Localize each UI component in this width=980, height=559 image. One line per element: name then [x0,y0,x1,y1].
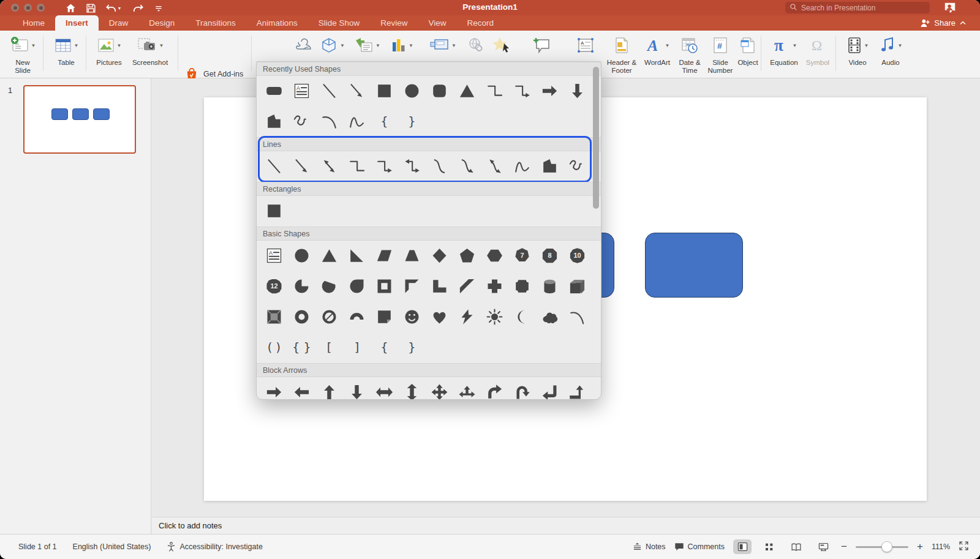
shape-decagon[interactable]: 10 [564,242,591,269]
date-time-button[interactable]: Date & Time [675,34,704,75]
smartart-button[interactable]: ▼ [354,34,380,57]
chevron-up-icon[interactable] [959,20,967,26]
zoom-link-button[interactable]: ▼ [429,34,456,57]
header-footer-button[interactable]: Header & Footer [604,34,639,75]
search-input[interactable]: Search in Presentation [785,2,930,13]
shape-curved[interactable] [426,152,453,180]
audio-dropdown-caret[interactable]: ▼ [898,43,903,48]
shape-curve-wave[interactable] [343,108,371,135]
zoom-slider[interactable] [856,546,908,548]
tab-draw[interactable]: Draw [99,15,139,31]
video-button[interactable]: ▼ Video [844,34,871,67]
shape-diamond[interactable] [426,242,453,269]
video-dropdown-caret[interactable]: ▼ [864,43,869,48]
table-dropdown-caret[interactable]: ▼ [74,43,79,48]
shape-curved-arrow[interactable] [453,152,481,180]
shape-elbow-arrow[interactable] [371,152,398,180]
shape-arr-right[interactable] [260,378,288,400]
tab-insert[interactable]: Insert [55,15,99,31]
shape-rect-snipround[interactable] [398,197,426,225]
link-button[interactable] [467,34,485,57]
screenshot-button[interactable]: ▼ Screenshot [127,34,173,67]
shape-diag-stripe[interactable] [453,272,481,300]
symbol-button[interactable]: Ω Symbol [804,34,832,67]
zoom-in-button[interactable]: + [917,541,923,553]
shape-rect-rounddiag[interactable] [481,197,508,225]
equation-dropdown-caret[interactable]: ▼ [793,43,797,48]
shape-arr-bent[interactable] [481,378,508,400]
fit-slide-button[interactable] [959,541,969,553]
shape-text-box[interactable]: A [288,77,315,105]
pictures-dropdown-caret[interactable]: ▼ [117,43,122,48]
wordart-button[interactable]: A▼ WordArt [641,34,674,67]
new-slide-dropdown-caret[interactable]: ▼ [31,43,36,48]
zoom-slider-knob[interactable] [881,541,892,552]
shape-bracket-left[interactable]: [ [315,334,343,361]
new-comment-button[interactable] [532,34,551,57]
shape-l-shape[interactable] [426,272,453,300]
shape-rect[interactable] [371,77,398,105]
screenshot-dropdown-caret[interactable]: ▼ [159,43,164,48]
tab-home[interactable]: Home [12,15,55,31]
shape-rounded-rect[interactable] [260,77,288,105]
language-selector[interactable]: English (United States) [73,542,151,551]
shape-octagon[interactable]: 8 [536,242,564,269]
shape-text-box[interactable]: A [260,242,288,269]
shape-can[interactable] [536,272,564,300]
accessibility-status[interactable]: Accessibility: Investigate [167,542,262,552]
shape-arr-quad[interactable] [426,378,453,400]
shape-rounded-square[interactable] [426,77,453,105]
tab-design[interactable]: Design [138,15,185,31]
shape-curve-wave[interactable] [508,152,536,180]
shape-elbow[interactable] [481,77,508,105]
shape-scribble[interactable] [564,152,591,180]
shape-oval[interactable] [398,77,426,105]
tab-review[interactable]: Review [370,15,418,31]
shape-arr-lru[interactable] [453,378,481,400]
shape-rect-snip1[interactable] [315,197,343,225]
shape-arr-up[interactable] [315,378,343,400]
shape-elbow-arrow[interactable] [508,77,536,105]
shape-arr-down[interactable] [564,77,591,105]
shape-rect-rounded[interactable] [288,197,315,225]
tab-view[interactable]: View [418,15,456,31]
tab-animations[interactable]: Animations [246,15,308,31]
slide-thumbnail[interactable] [23,85,136,154]
shape-arr-down[interactable] [343,378,371,400]
shape-rect-round2[interactable] [453,197,481,225]
shape-line-arrow-double[interactable] [315,152,343,180]
shape-sun[interactable] [481,303,508,331]
slide-shape-rounded-rectangle-3[interactable] [645,233,743,298]
shape-plaque[interactable] [508,272,536,300]
shape-right-triangle[interactable] [343,242,371,269]
shape-half-frame[interactable] [398,272,426,300]
shape-rect-snipdiag[interactable] [371,197,398,225]
shape-frame[interactable] [371,272,398,300]
shape-arr-bentup[interactable] [564,378,591,400]
shape-line-arrow[interactable] [288,152,315,180]
tab-transitions[interactable]: Transitions [185,15,246,31]
shape-arr-uturn[interactable] [508,378,536,400]
shape-heptagon[interactable]: 7 [508,242,536,269]
shape-arc[interactable] [564,303,591,331]
audio-button[interactable]: ▼ Audio [877,34,904,67]
zoom-out-button[interactable]: − [841,541,847,553]
shape-pentagon[interactable] [453,242,481,269]
shape-arr-left[interactable] [288,378,315,400]
shape-rect[interactable] [260,197,288,225]
shape-dodecagon[interactable]: 12 [260,272,288,300]
notes-toggle-button[interactable]: Notes [633,542,666,551]
shape-brace-left[interactable]: { [371,334,398,361]
comments-toggle-button[interactable]: Comments [674,542,725,551]
shape-arr-leftup[interactable] [536,378,564,400]
pictures-button[interactable]: ▼ Pictures [92,34,126,67]
shape-elbow[interactable] [343,152,371,180]
reading-view-button[interactable] [787,539,805,554]
object-button[interactable]: Object [734,34,762,67]
shape-cross[interactable] [481,272,508,300]
shape-arr-right[interactable] [536,77,564,105]
shape-lightning[interactable] [453,303,481,331]
zoom-dropdown-caret[interactable]: ▼ [451,43,456,48]
table-button[interactable]: ▼ Table [49,34,83,67]
chart-button[interactable]: ▼ [390,34,413,57]
